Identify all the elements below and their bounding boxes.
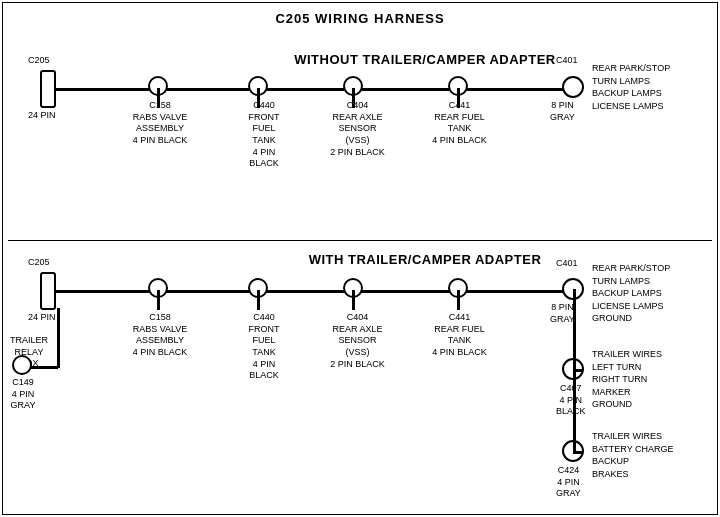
section-divider: [8, 240, 712, 241]
c440-vline-2: [257, 290, 260, 310]
c158-vline-2: [157, 290, 160, 310]
c404-label-1: C404REAR AXLESENSOR(VSS)2 PIN BLACK: [330, 100, 385, 158]
c441-vline-2: [457, 290, 460, 310]
c158-label-1: C158RABS VALVEASSEMBLY4 PIN BLACK: [130, 100, 190, 147]
section2-main-line: [55, 290, 575, 293]
c205-label-1: C205: [28, 55, 50, 67]
c441-label-2: C441REAR FUELTANK4 PIN BLACK: [432, 312, 487, 359]
c205-pin-label-2: 24 PIN: [28, 312, 56, 324]
c205-pin-label-1: 24 PIN: [28, 110, 56, 122]
c404-vline-2: [352, 290, 355, 310]
c424-label: C4244 PINGRAY: [556, 465, 581, 500]
c401-pin-label-1: 8 PINGRAY: [550, 100, 575, 123]
c440-label-2: C440FRONT FUELTANK4 PIN BLACK: [238, 312, 290, 382]
c401-connector-1: [562, 76, 584, 98]
c404-label-2: C404REAR AXLESENSOR(VSS)2 PIN BLACK: [330, 312, 385, 370]
c441-label-1: C441REAR FUELTANK4 PIN BLACK: [432, 100, 487, 147]
c401-label-2: C401: [556, 258, 578, 270]
section2-right-label-2: TRAILER WIRESLEFT TURNRIGHT TURNMARKERGR…: [592, 348, 662, 411]
c149-label: C1494 PIN GRAY: [8, 377, 38, 412]
c424-hline: [573, 451, 583, 454]
c205-label-2: C205: [28, 257, 50, 269]
c158-label-2: C158RABS VALVEASSEMBLY4 PIN BLACK: [130, 312, 190, 359]
section1-right-labels: REAR PARK/STOPTURN LAMPSBACKUP LAMPSLICE…: [592, 62, 670, 112]
c407-hline: [573, 369, 583, 372]
section2-right-label-3: TRAILER WIRESBATTERY CHARGEBACKUPBRAKES: [592, 430, 674, 480]
c407-label: C4074 PINBLACK: [556, 383, 586, 418]
c401-pin-label-2: 8 PINGRAY: [550, 302, 575, 325]
c440-label-1: C440FRONT FUELTANK4 PIN BLACK: [238, 100, 290, 170]
section1-main-line: [55, 88, 575, 91]
c401-label-1: C401: [556, 55, 578, 67]
c205-connector-2: [40, 272, 56, 310]
diagram: C205 WIRING HARNESS WITHOUT TRAILER/CAMP…: [0, 0, 720, 517]
section2-right-label-1: REAR PARK/STOPTURN LAMPSBACKUP LAMPSLICE…: [592, 262, 670, 325]
c149-connector: [12, 355, 32, 375]
relay-vline-down: [57, 308, 60, 368]
c205-connector-1: [40, 70, 56, 108]
